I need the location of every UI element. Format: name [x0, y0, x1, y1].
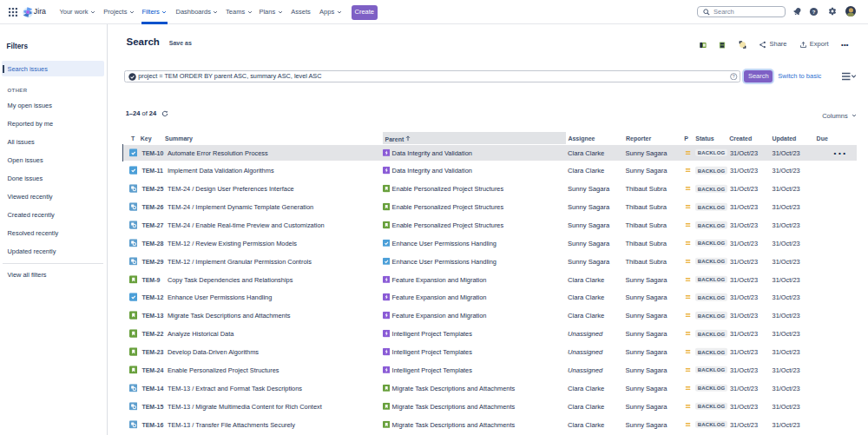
svg-text:?: ? — [733, 74, 735, 79]
svg-text:?: ? — [812, 9, 816, 14]
